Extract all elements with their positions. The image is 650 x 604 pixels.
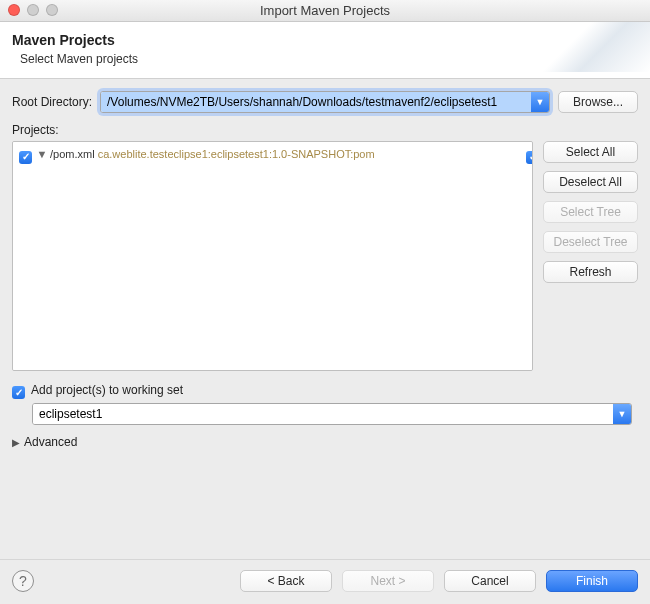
help-icon[interactable]: ? (12, 570, 34, 592)
refresh-button[interactable]: Refresh (543, 261, 638, 283)
select-all-button[interactable]: Select All (543, 141, 638, 163)
next-button: Next > (342, 570, 434, 592)
projects-label: Projects: (12, 123, 638, 137)
project-coordinates: ca.weblite.testeclipse1:eclipsetest1:1.0… (98, 148, 375, 160)
wizard-header: Maven Projects Select Maven projects (0, 22, 650, 79)
project-row[interactable]: common/pom.xml ca.weblite.testeclipse1:e… (526, 146, 533, 164)
chevron-down-icon[interactable]: ▼ (613, 404, 631, 424)
projects-side-buttons: Select All Deselect All Select Tree Dese… (543, 141, 638, 371)
close-icon[interactable] (8, 4, 20, 16)
advanced-label: Advanced (24, 435, 77, 449)
cancel-button[interactable]: Cancel (444, 570, 536, 592)
footer-buttons: < Back Next > Cancel Finish (240, 570, 638, 592)
checkbox-icon[interactable] (19, 151, 32, 164)
root-directory-label: Root Directory: (12, 95, 92, 109)
advanced-toggle[interactable]: ▶ Advanced (12, 435, 638, 449)
working-set-label: Add project(s) to working set (31, 383, 183, 397)
working-set-checkbox[interactable]: Add project(s) to working set (12, 383, 183, 397)
root-directory-combo[interactable]: ▼ (100, 91, 550, 113)
finish-button[interactable]: Finish (546, 570, 638, 592)
window-title: Import Maven Projects (0, 3, 650, 18)
minimize-icon (27, 4, 39, 16)
root-directory-input[interactable] (101, 92, 531, 112)
chevron-down-icon[interactable]: ▼ (531, 92, 549, 112)
project-file: /pom.xml (50, 148, 98, 160)
wizard-body: Root Directory: ▼ Browse... Projects: ▼/… (0, 79, 650, 461)
project-row[interactable]: ▼/pom.xml ca.weblite.testeclipse1:eclips… (19, 146, 526, 164)
zoom-icon (46, 4, 58, 16)
working-set-input[interactable] (33, 404, 613, 424)
working-set-combo[interactable]: ▼ (32, 403, 632, 425)
checkbox-icon (12, 386, 25, 399)
window-titlebar: Import Maven Projects (0, 0, 650, 22)
checkbox-icon[interactable] (526, 151, 533, 164)
page-title: Maven Projects (12, 32, 638, 48)
disclosure-triangle-icon: ▶ (12, 437, 20, 448)
page-subtitle: Select Maven projects (20, 52, 638, 66)
back-button[interactable]: < Back (240, 570, 332, 592)
deselect-all-button[interactable]: Deselect All (543, 171, 638, 193)
window-controls (8, 4, 58, 16)
browse-button[interactable]: Browse... (558, 91, 638, 113)
disclosure-triangle-icon[interactable]: ▼ (36, 146, 48, 162)
deselect-tree-button: Deselect Tree (543, 231, 638, 253)
wizard-footer: ? < Back Next > Cancel Finish (0, 559, 650, 604)
working-set-row: Add project(s) to working set ▼ (12, 383, 638, 425)
root-directory-row: Root Directory: ▼ Browse... (12, 91, 638, 113)
projects-tree[interactable]: ▼/pom.xml ca.weblite.testeclipse1:eclips… (12, 141, 533, 371)
projects-area: ▼/pom.xml ca.weblite.testeclipse1:eclips… (12, 141, 638, 371)
select-tree-button: Select Tree (543, 201, 638, 223)
